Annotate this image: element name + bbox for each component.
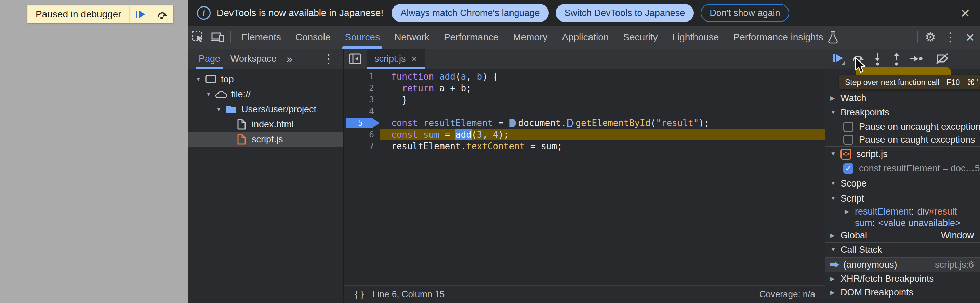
inspect-element-button[interactable] — [188, 26, 208, 49]
token-prop: getElementById — [576, 118, 651, 128]
panel-row-anonymous[interactable]: (anonymous)script.js:6 — [826, 257, 980, 272]
tab-performance-insights[interactable]: Performance insights — [726, 26, 846, 49]
always-match-chrome-s-language-button[interactable]: Always match Chrome's language — [391, 4, 549, 22]
tab-label: Console — [296, 32, 331, 43]
panel-row-sum[interactable]: sum:<value unavailable> — [826, 217, 980, 229]
panel-row-global[interactable]: ▶GlobalWindow — [826, 229, 980, 242]
tab-security[interactable]: Security — [616, 26, 665, 49]
more-tabs-icon[interactable]: » — [282, 52, 298, 65]
panel-row-breakpoints[interactable]: ▼Breakpoints — [826, 105, 980, 119]
expand-arrow[interactable]: ▼ — [830, 180, 840, 187]
tree-item-index-html[interactable]: index.html — [188, 117, 343, 132]
deactivate-breakpoints-button[interactable] — [934, 50, 951, 68]
checkbox-checked[interactable]: ✓ — [843, 163, 853, 173]
expand-arrow[interactable]: ▶ — [830, 289, 840, 296]
step-over-button[interactable] — [850, 50, 867, 68]
panel-row-watch[interactable]: ▶Watch — [826, 91, 980, 105]
code-editor[interactable]: 1function add(a, b) {2 return a + b;3 }4… — [344, 69, 825, 285]
code-line-7[interactable]: 7resultElement.textContent = sum; — [344, 140, 825, 152]
line-number-6[interactable]: 6 — [344, 129, 380, 140]
checkbox-unchecked[interactable] — [843, 135, 853, 145]
code-line-4[interactable]: 4 — [344, 106, 825, 117]
panel-row-const-resultelement-doc[interactable]: ✓const resultElement = doc…5 — [826, 161, 980, 176]
switch-devtools-to-japanese-button[interactable]: Switch DevTools to Japanese — [556, 4, 694, 22]
line-number-4[interactable]: 4 — [344, 106, 380, 117]
settings-button[interactable]: ⚙ — [921, 26, 940, 49]
expand-arrow[interactable]: ▼ — [213, 106, 224, 113]
inline-breakpoint-marker-filled[interactable] — [509, 119, 516, 127]
panel-row-pause-on-uncaught-exceptions[interactable]: Pause on uncaught exceptions — [826, 120, 980, 133]
expand-arrow[interactable]: ▼ — [830, 246, 840, 253]
panel-row-dom-breakpoints[interactable]: ▶DOM Breakpoints — [826, 286, 980, 299]
step-into-button[interactable] — [869, 50, 886, 68]
token-str: "result" — [656, 118, 698, 128]
expand-arrow[interactable]: ▶ — [845, 208, 855, 215]
more-options-button[interactable]: ⋮ — [940, 26, 960, 49]
expand-arrow[interactable]: ▶ — [830, 275, 840, 282]
tree-item-label: file:// — [231, 89, 251, 100]
inspect-icon — [191, 30, 205, 44]
banner-resume-button[interactable] — [129, 6, 151, 22]
code-line-6[interactable]: 6const sum = add(3, 4); — [344, 129, 825, 140]
panel-row-resultelement[interactable]: ▶resultElement:div#result — [826, 206, 980, 217]
notification-close-icon[interactable]: × — [959, 5, 971, 21]
cursor-position: Line 6, Column 15 — [372, 289, 444, 300]
code-line-2[interactable]: 2 return a + b; — [344, 82, 825, 94]
token-pl — [391, 83, 402, 93]
current-frame-arrow-icon — [830, 261, 839, 268]
panel-row-pause-on-caught-exceptions[interactable]: Pause on caught exceptions — [826, 133, 980, 146]
tab-lighthouse[interactable]: Lighthouse — [665, 26, 726, 49]
panel-row-script[interactable]: ▼Script — [826, 191, 980, 206]
collapse-sidebar-button[interactable] — [344, 49, 367, 69]
section-label: Call Stack — [840, 244, 882, 255]
panel-row-xhr-fetch-breakpoints[interactable]: ▶XHR/fetch Breakpoints — [826, 272, 980, 286]
navigator-menu-button[interactable]: ⋮ — [319, 49, 339, 69]
tab-console[interactable]: Console — [288, 26, 338, 49]
device-toolbar-button[interactable] — [208, 26, 228, 49]
tree-item-users-user-project[interactable]: ▼Users/user/project — [188, 102, 343, 117]
expand-arrow[interactable]: ▼ — [203, 91, 214, 98]
editor-pane: script.js × 1function add(a, b) {2 retur… — [344, 49, 825, 303]
editor-tab-scriptjs[interactable]: script.js × — [367, 49, 425, 69]
line-number-7[interactable]: 7 — [344, 140, 380, 152]
code-line-5[interactable]: 5const resultElement = document.getEleme… — [344, 117, 825, 129]
tab-performance[interactable]: Performance — [437, 26, 506, 49]
tab-sources[interactable]: Sources — [337, 26, 387, 49]
tree-item-file[interactable]: ▼file:// — [188, 87, 343, 102]
code-line-1[interactable]: 1function add(a, b) { — [344, 71, 825, 82]
tree-item-script-js[interactable]: script.js — [188, 132, 343, 147]
resume-button[interactable] — [830, 50, 848, 68]
panel-row-scope[interactable]: ▼Scope — [826, 176, 980, 190]
line-number-2[interactable]: 2 — [344, 82, 380, 94]
step-out-button[interactable] — [888, 50, 905, 68]
tab-label: Memory — [513, 32, 547, 43]
expand-arrow[interactable]: ▼ — [830, 151, 840, 157]
inline-breakpoint-marker-outline[interactable] — [567, 119, 574, 127]
line-number-5[interactable]: 5 — [344, 117, 380, 129]
navigator-tab-workspace[interactable]: Workspace — [225, 49, 282, 69]
close-devtools-button[interactable]: × — [960, 26, 980, 49]
tab-network[interactable]: Network — [387, 26, 437, 49]
step-button[interactable] — [907, 50, 924, 68]
pretty-print-icon[interactable]: {} — [353, 289, 366, 300]
line-number-1[interactable]: 1 — [344, 71, 380, 82]
tab-elements[interactable]: Elements — [234, 26, 288, 49]
tab-application[interactable]: Application — [555, 26, 616, 49]
banner-step-over-button[interactable] — [151, 6, 173, 22]
expand-arrow[interactable]: ▶ — [830, 95, 840, 102]
expand-arrow[interactable]: ▼ — [830, 195, 840, 202]
panel-row-script-js[interactable]: ▼<>script.js — [826, 147, 980, 161]
expand-arrow[interactable]: ▼ — [830, 109, 840, 116]
don-t-show-again-button[interactable]: Don't show again — [701, 4, 789, 22]
code-line-3[interactable]: 3 } — [344, 94, 825, 106]
panel-row-call-stack[interactable]: ▼Call Stack — [826, 243, 980, 257]
tree-item-top[interactable]: ▼top — [188, 72, 343, 87]
token-num: 4 — [493, 130, 498, 140]
checkbox-unchecked[interactable] — [843, 122, 853, 132]
expand-arrow[interactable]: ▼ — [193, 76, 204, 82]
tab-memory[interactable]: Memory — [506, 26, 555, 49]
expand-arrow[interactable]: ▶ — [830, 232, 840, 239]
line-number-3[interactable]: 3 — [344, 94, 380, 106]
tab-close-icon[interactable]: × — [411, 54, 417, 64]
navigator-tab-page[interactable]: Page — [194, 49, 225, 69]
